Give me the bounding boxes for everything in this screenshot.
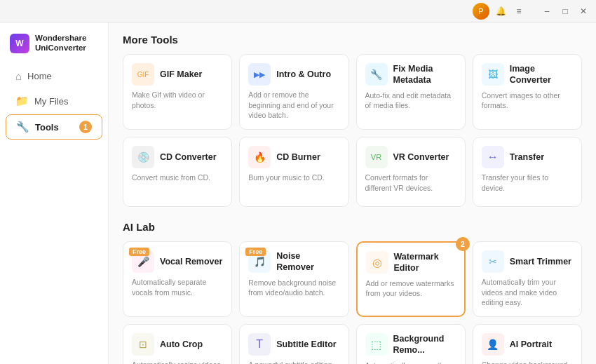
tool-card-watermark-editor[interactable]: 2◎Watermark EditorAdd or remove watermar… <box>356 241 466 317</box>
maximize-button[interactable]: □ <box>558 4 572 18</box>
minimize-button[interactable]: – <box>540 4 554 18</box>
subtitle-editor-icon: T <box>248 333 271 356</box>
tool-desc: Add or remove watermarks from your video… <box>366 278 456 299</box>
tool-desc: Automatically resize videos for differen… <box>132 360 223 364</box>
tool-card-header: 👤AI Portrait <box>482 333 573 356</box>
tool-desc: Remove background noise from video/audio… <box>248 278 339 298</box>
tool-card-intro-outro[interactable]: ▶▶Intro & OutroAdd or remove the beginni… <box>239 54 348 130</box>
tool-card-vr-converter[interactable]: VRVR ConverterConvert formats for differ… <box>356 137 466 207</box>
menu-button[interactable]: ≡ <box>512 4 526 18</box>
tool-card-background-remover[interactable]: ⬚Background Remo...Automatically remove … <box>356 324 466 364</box>
tool-name: Image Converter <box>510 63 573 86</box>
tools-icon: 🔧 <box>16 121 29 133</box>
home-icon: ⌂ <box>15 70 22 82</box>
tool-card-noise-remover[interactable]: Free🎵Noise RemoverRemove background nois… <box>239 241 348 317</box>
logo-text: Wondershare UniConverter <box>35 34 86 53</box>
app-logo: W Wondershare UniConverter <box>0 31 108 63</box>
tool-card-vocal-remover[interactable]: Free🎤Vocal RemoverAutomatically separate… <box>123 241 232 317</box>
fix-metadata-icon: 🔧 <box>365 63 388 86</box>
tool-name: Noise Remover <box>276 250 339 274</box>
tool-card-header: TSubtitle Editor <box>248 333 339 356</box>
ai-lab-grid: Free🎤Vocal RemoverAutomatically separate… <box>123 241 582 364</box>
tool-card-transfer[interactable]: ↔TransferTransfer your files to device. <box>473 137 582 207</box>
tool-desc: Change video background with AI. <box>482 360 573 364</box>
background-remover-icon: ⬚ <box>365 333 388 356</box>
cd-burner-icon: 🔥 <box>248 146 271 168</box>
tool-card-smart-trimmer[interactable]: ✂Smart TrimmerAutomatically trim your vi… <box>473 241 582 317</box>
profile-avatar[interactable]: P <box>473 3 489 20</box>
tool-card-header: 💿CD Converter <box>132 146 223 168</box>
tool-card-header: ↔Transfer <box>482 146 573 168</box>
tool-name: Subtitle Editor <box>276 339 336 350</box>
vr-converter-icon: VR <box>365 146 388 168</box>
tool-name: CD Converter <box>160 151 217 163</box>
sidebar-item-myfiles[interactable]: 📁 My Files <box>6 89 102 113</box>
tool-desc: Automatically remove the background from… <box>365 360 456 364</box>
tool-card-header: 🖼Image Converter <box>482 63 573 86</box>
tool-card-cd-burner[interactable]: 🔥CD BurnerBurn your music to CD. <box>239 137 348 207</box>
tool-card-ai-portrait[interactable]: 👤AI PortraitChange video background with… <box>473 324 582 364</box>
tool-name: VR Converter <box>393 151 449 163</box>
ai-lab-title: AI Lab <box>123 221 582 233</box>
tool-desc: Auto-fix and edit metadata of media file… <box>365 90 456 111</box>
tool-name: Fix Media Metadata <box>393 63 456 86</box>
tool-card-gif-maker[interactable]: GIFGIF MakerMake Gif with video or photo… <box>123 54 232 130</box>
tool-card-auto-crop[interactable]: ⊡Auto CropAutomatically resize videos fo… <box>123 324 232 364</box>
close-button[interactable]: ✕ <box>576 4 590 18</box>
sidebar-item-label: My Files <box>34 96 68 107</box>
tool-card-fix-metadata[interactable]: 🔧Fix Media MetadataAuto-fix and edit met… <box>356 54 466 130</box>
tool-desc: Convert images to other formats. <box>482 90 573 111</box>
tool-card-header: ◎Watermark Editor <box>366 251 456 274</box>
tool-desc: Add or remove the beginning and end of y… <box>248 90 339 121</box>
sidebar: W Wondershare UniConverter ⌂ Home 📁 My F… <box>0 22 109 364</box>
logo-icon: W <box>10 34 29 53</box>
tool-card-header: ✂Smart Trimmer <box>482 250 573 273</box>
tool-card-cd-converter[interactable]: 💿CD ConverterConvert music from CD. <box>123 137 232 207</box>
intro-outro-icon: ▶▶ <box>248 63 271 86</box>
image-converter-icon: 🖼 <box>482 63 504 86</box>
tool-card-header: 🔧Fix Media Metadata <box>365 63 456 86</box>
more-tools-grid: GIFGIF MakerMake Gif with video or photo… <box>123 54 582 207</box>
more-tools-title: More Tools <box>123 34 582 46</box>
main-content: More Tools GIFGIF MakerMake Gif with vid… <box>109 22 596 364</box>
transfer-icon: ↔ <box>482 146 504 168</box>
files-icon: 📁 <box>15 95 29 107</box>
tool-name: Smart Trimmer <box>510 256 571 267</box>
tool-name: Intro & Outro <box>276 69 331 80</box>
tool-card-header: VRVR Converter <box>365 146 456 168</box>
tool-name: Transfer <box>510 151 544 163</box>
tool-desc: Make Gif with video or photos. <box>132 90 223 110</box>
tool-card-header: GIFGIF Maker <box>132 63 223 86</box>
tool-desc: Burn your music to CD. <box>248 173 339 183</box>
sidebar-item-tools[interactable]: 🔧 Tools 1 <box>6 114 102 140</box>
cd-converter-icon: 💿 <box>132 146 154 168</box>
tool-card-header: ▶▶Intro & Outro <box>248 63 339 86</box>
free-badge: Free <box>245 248 266 256</box>
sidebar-item-label: Home <box>27 71 52 81</box>
tool-card-subtitle-editor[interactable]: TSubtitle EditorA powerful subtitle edit… <box>239 324 348 364</box>
sidebar-item-label: Tools <box>35 122 59 133</box>
tool-card-header: ⬚Background Remo... <box>365 333 456 356</box>
tool-desc: Transfer your files to device. <box>482 173 573 193</box>
tool-name: GIF Maker <box>160 69 202 80</box>
smart-trimmer-icon: ✂ <box>482 250 504 273</box>
app-body: W Wondershare UniConverter ⌂ Home 📁 My F… <box>0 22 596 364</box>
title-bar: P 🔔 ≡ – □ ✕ <box>0 0 596 22</box>
tool-desc: Convert formats for different VR devices… <box>365 173 456 193</box>
tool-name: AI Portrait <box>510 339 552 350</box>
tool-card-image-converter[interactable]: 🖼Image ConverterConvert images to other … <box>473 54 582 130</box>
tool-name: Background Remo... <box>393 333 456 356</box>
ai-portrait-icon: 👤 <box>482 333 504 356</box>
watermark-editor-icon: ◎ <box>366 251 388 274</box>
tool-name: CD Burner <box>276 151 320 163</box>
auto-crop-icon: ⊡ <box>132 333 154 356</box>
tool-desc: A powerful subtitle editing tool. <box>248 360 339 364</box>
tool-name: Auto Crop <box>160 339 203 350</box>
tool-name: Watermark Editor <box>394 251 456 274</box>
tools-badge: 1 <box>79 121 92 133</box>
sidebar-item-home[interactable]: ⌂ Home <box>6 65 102 88</box>
tool-name: Vocal Remover <box>160 256 222 267</box>
bell-button[interactable]: 🔔 <box>494 4 508 18</box>
tool-card-header: ⊡Auto Crop <box>132 333 223 356</box>
tool-desc: Automatically separate vocals from music… <box>132 277 223 297</box>
